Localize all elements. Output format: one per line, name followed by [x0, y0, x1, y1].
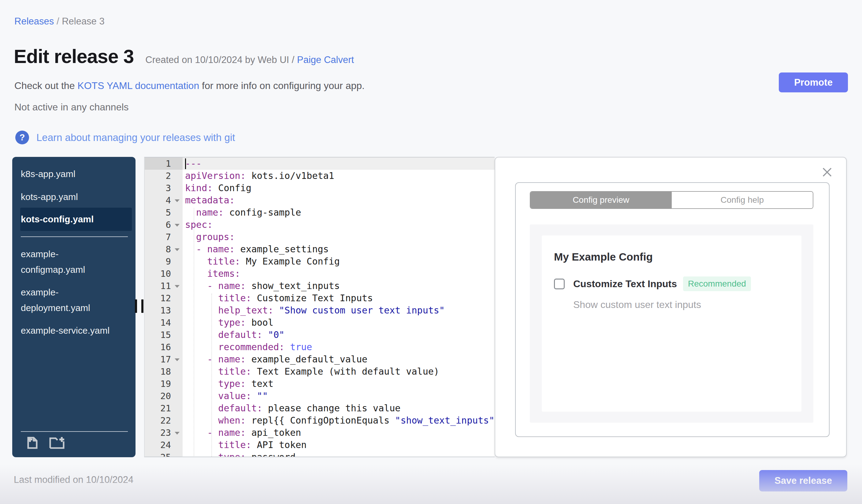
line-number: 8	[145, 243, 183, 255]
sidebar-item-example-service.yaml[interactable]: example-service.yaml	[21, 323, 113, 338]
line-number: 20	[145, 390, 183, 402]
line-number: 16	[145, 341, 183, 353]
breadcrumb-current: Release 3	[62, 16, 105, 27]
line-number: 18	[145, 366, 183, 378]
fold-arrow-icon[interactable]	[175, 199, 180, 202]
code-rows: 1---2apiVersion: kots.io/v1beta13kind: C…	[145, 158, 495, 457]
last-modified-text: Last modified on 10/10/2024	[14, 474, 133, 485]
created-meta: Created on 10/10/2024 by Web UI / Paige …	[145, 54, 354, 65]
help-question-icon: ?	[15, 131, 29, 144]
config-group-title: My Example Config	[554, 251, 653, 263]
code-line-10: 10 items:	[145, 268, 495, 280]
code-line-11: 11 - name: show_text_inputs	[145, 280, 495, 292]
line-number: 13	[145, 304, 183, 317]
git-releases-link[interactable]: Learn about managing your releases with …	[36, 132, 235, 143]
code-line-9: 9 title: My Example Config	[145, 255, 495, 268]
fold-arrow-icon[interactable]	[175, 285, 180, 288]
code-line-17: 17 - name: example_default_value	[145, 353, 495, 366]
recommended-badge: Recommended	[683, 277, 751, 291]
line-number: 9	[145, 255, 183, 268]
fold-arrow-icon[interactable]	[175, 224, 180, 227]
code-line-22: 22 when: repl{{ ConfigOptionEquals "show…	[145, 414, 495, 427]
line-number: 24	[145, 439, 183, 451]
save-release-button[interactable]: Save release	[759, 470, 847, 491]
code-line-13: 13 help_text: "Show custom user text inp…	[145, 304, 495, 317]
line-number: 10	[145, 268, 183, 280]
code-line-16: 16 recommended: true	[145, 341, 495, 353]
customize-text-inputs-checkbox[interactable]	[554, 279, 565, 289]
code-line-5: 5 name: config-sample	[145, 207, 495, 219]
line-number: 2	[145, 170, 183, 182]
code-line-1: 1---	[145, 158, 495, 170]
config-item-row: Customize Text Inputs Recommended	[554, 277, 751, 291]
line-number: 4	[145, 194, 183, 207]
new-file-icon[interactable]	[24, 435, 40, 450]
sidebar-resize-handle-bar[interactable]	[135, 300, 137, 313]
code-line-7: 7 groups:	[145, 231, 495, 243]
code-line-14: 14 type: bool	[145, 317, 495, 329]
code-line-23: 23 - name: api_token	[145, 427, 495, 439]
line-number: 21	[145, 402, 183, 414]
line-number: 19	[145, 378, 183, 390]
code-line-20: 20 value: ""	[145, 390, 495, 402]
config-item-label: Customize Text Inputs	[573, 278, 677, 290]
tab-config-preview[interactable]: Config preview	[531, 192, 672, 208]
breadcrumb-releases-link[interactable]: Releases	[14, 16, 54, 27]
doc-hint: Check out the KOTS YAML documentation fo…	[14, 80, 365, 91]
sidebar-item-kots-config.yaml[interactable]: kots-config.yaml	[20, 208, 132, 231]
line-number: 12	[145, 292, 183, 304]
sidebar-item-k8s-app.yaml[interactable]: k8s-app.yaml	[21, 166, 113, 182]
sidebar-resize-handle-bar[interactable]	[141, 300, 143, 313]
sidebar-item-example-configmap.yaml[interactable]: example-configmap.yaml	[21, 246, 113, 277]
line-number: 11	[145, 280, 183, 292]
config-tabs: Config preview Config help	[530, 191, 813, 209]
code-line-8: 8 - name: example_settings	[145, 243, 495, 255]
line-number: 25	[145, 451, 183, 457]
sidebar-divider	[21, 236, 128, 237]
yaml-code-editor[interactable]: 1---2apiVersion: kots.io/v1beta13kind: C…	[144, 157, 495, 457]
code-line-24: 24 title: API token	[145, 439, 495, 451]
promote-button[interactable]: Promote	[779, 72, 848, 92]
line-number: 17	[145, 353, 183, 366]
breadcrumb: Releases / Release 3	[14, 16, 105, 27]
text-cursor	[185, 158, 186, 169]
sidebar-actions	[24, 435, 66, 450]
fold-arrow-icon[interactable]	[175, 432, 180, 435]
tab-config-help[interactable]: Config help	[672, 192, 813, 208]
close-icon[interactable]	[821, 166, 833, 178]
breadcrumb-separator: /	[56, 16, 62, 27]
code-line-19: 19 type: text	[145, 378, 495, 390]
author-link[interactable]: Paige Calvert	[297, 54, 354, 65]
file-sidebar: k8s-app.yamlkots-app.yamlkots-config.yam…	[12, 157, 135, 457]
code-line-3: 3kind: Config	[145, 182, 495, 194]
edit-release-page: Releases / Release 3 Edit release 3Creat…	[0, 0, 862, 504]
title-row: Edit release 3Created on 10/10/2024 by W…	[14, 45, 354, 67]
line-number: 15	[145, 329, 183, 341]
line-number: 14	[145, 317, 183, 329]
channel-status: Not active in any channels	[14, 102, 129, 113]
line-number: 6	[145, 219, 183, 231]
fold-arrow-icon[interactable]	[175, 358, 180, 361]
git-help-row: ? Learn about managing your releases wit…	[15, 131, 235, 144]
page-title: Edit release 3	[14, 45, 134, 67]
sidebar-item-example-deployment.yaml[interactable]: example-deployment.yaml	[21, 284, 113, 316]
code-line-18: 18 title: Text Example (with default val…	[145, 366, 495, 378]
line-number: 3	[145, 182, 183, 194]
line-number: 7	[145, 231, 183, 243]
line-number: 5	[145, 207, 183, 219]
config-panel: Config preview Config help My Example Co…	[495, 157, 847, 457]
sidebar-item-kots-app.yaml[interactable]: kots-app.yaml	[21, 189, 113, 204]
sidebar-bottom-divider	[21, 431, 128, 432]
code-line-15: 15 default: "0"	[145, 329, 495, 341]
code-line-25: 25 type: password	[145, 451, 495, 457]
fold-arrow-icon[interactable]	[175, 248, 180, 251]
config-preview-area: My Example Config Customize Text Inputs …	[530, 225, 813, 423]
kots-yaml-doc-link[interactable]: KOTS YAML documentation	[77, 80, 199, 91]
line-number: 23	[145, 427, 183, 439]
code-line-6: 6spec:	[145, 219, 495, 231]
new-folder-icon[interactable]	[48, 435, 66, 450]
config-item-help-text: Show custom user text inputs	[573, 299, 701, 310]
line-number: 1	[145, 158, 183, 170]
code-line-12: 12 title: Customize Text Inputs	[145, 292, 495, 304]
code-line-21: 21 default: please change this value	[145, 402, 495, 414]
